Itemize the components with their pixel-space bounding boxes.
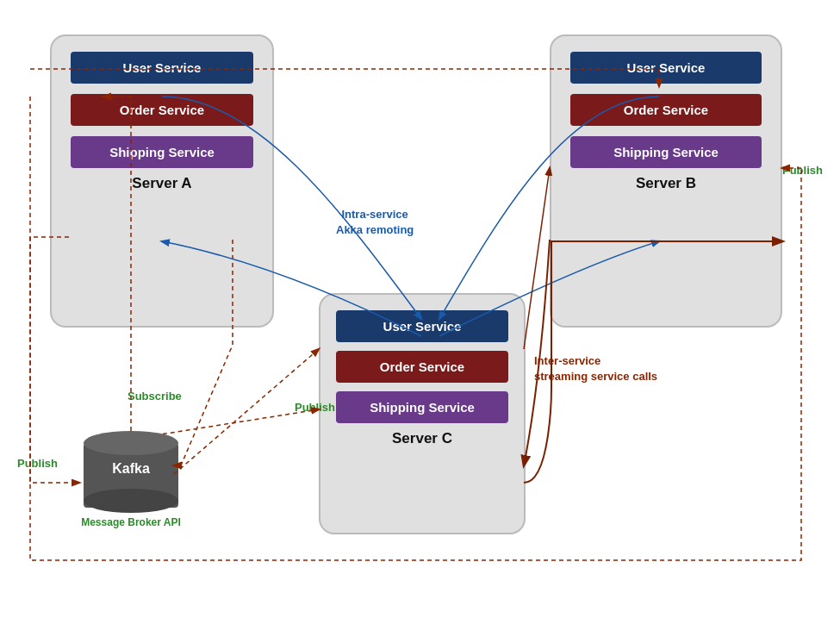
kafka-label: Kafka [84,461,178,477]
server-a-label: Server A [71,175,253,192]
intra-service-label: Intra-serviceAkka remoting [336,207,414,238]
server-a-order-service: Order Service [71,94,253,126]
server-c-user-service: User Service [336,310,508,342]
kafka-container: Kafka Message Broker API [79,431,183,528]
server-c-shipping-service: Shipping Service [336,391,508,423]
server-a-user-service: User Service [71,52,253,84]
server-a-shipping-service: Shipping Service [71,136,253,168]
server-b-box: User Service Order Service Shipping Serv… [550,34,782,328]
server-b-shipping-service: Shipping Service [570,136,762,168]
server-c-label: Server C [336,430,508,447]
subscribe-label: Subscribe [128,390,182,403]
server-a-box: User Service Order Service Shipping Serv… [50,34,274,328]
server-b-user-service: User Service [570,52,762,84]
kafka-top [84,431,178,455]
kafka-cylinder: Kafka [84,431,178,513]
inter-service-label: Inter-servicestreaming service calls [534,353,657,384]
publish-center-label: Publish [295,401,335,414]
server-b-label: Server B [570,175,762,192]
publish-left-label: Publish [17,457,58,470]
server-b-order-service: Order Service [570,94,762,126]
kafka-bottom [84,489,178,513]
server-c-order-service: Order Service [336,351,508,383]
publish-right-label: Publish [782,164,823,177]
kafka-sublabel: Message Broker API [79,516,183,528]
server-c-box: User Service Order Service Shipping Serv… [319,293,526,534]
